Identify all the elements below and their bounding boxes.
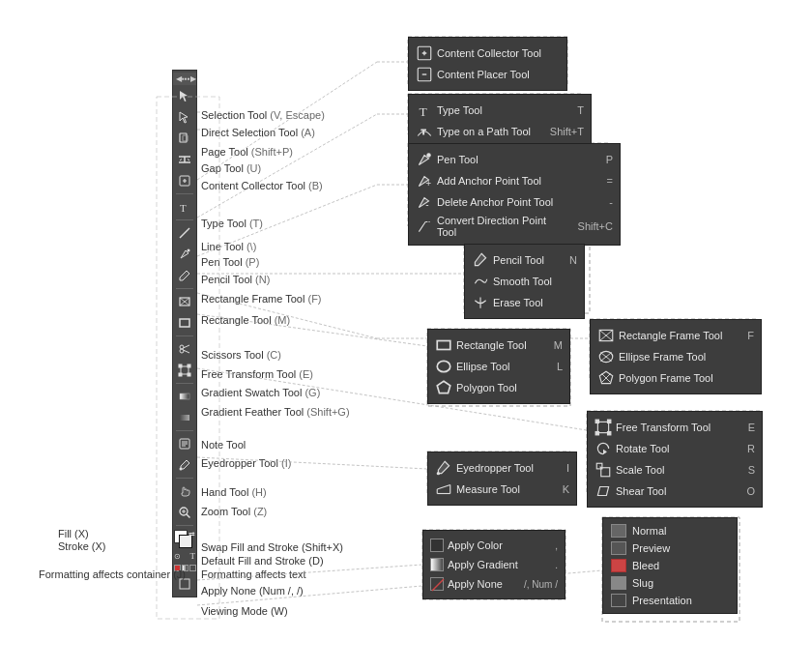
rectangle-tool-icon[interactable]: [174, 313, 195, 333]
free-transform-tool-icon[interactable]: [174, 361, 195, 380]
svg-line-91: [432, 579, 444, 591]
vm-presentation-item[interactable]: Presentation: [608, 592, 732, 609]
svg-rect-81: [595, 432, 598, 435]
svg-rect-30: [180, 579, 189, 589]
pen-flyout-item1[interactable]: Pen Tool P: [413, 149, 616, 170]
selection-tool-label: Selection Tool (V, Escape): [201, 109, 325, 121]
svg-rect-15: [179, 364, 182, 367]
rectangle-flyout-item1[interactable]: Rectangle Tool M: [432, 335, 566, 356]
shear-flyout-item[interactable]: Shear Tool O: [592, 481, 758, 502]
pen-flyout-item3[interactable]: - Delete Anchor Point Tool -: [413, 191, 616, 213]
svg-rect-79: [595, 420, 598, 422]
apply-none-icon[interactable]: [189, 565, 196, 571]
scissors-tool-icon[interactable]: [174, 339, 195, 359]
measure-flyout-icon: [435, 481, 452, 498]
apply-gradient-item[interactable]: Apply Gradient .: [427, 555, 561, 574]
svg-point-62: [426, 153, 431, 158]
line-tool-label: Line Tool (\): [201, 241, 256, 252]
page-tool-icon[interactable]: [174, 129, 195, 148]
sep2: [176, 219, 193, 220]
eyedropper-tool-icon[interactable]: [174, 455, 195, 475]
content-collector-tool-icon[interactable]: [174, 171, 195, 190]
rect-frame-flyout-item3[interactable]: Polygon Frame Tool: [594, 367, 757, 389]
rotate-flyout-icon: [594, 440, 612, 457]
svg-point-67: [437, 361, 450, 371]
pencil-flyout-item2[interactable]: Smooth Tool: [469, 271, 580, 292]
svg-point-5: [188, 249, 190, 252]
rectangle-frame-tool-icon[interactable]: [174, 292, 195, 311]
content-collector-flyout-item2[interactable]: Content Placer Tool: [413, 64, 563, 85]
line-tool-icon[interactable]: [174, 223, 195, 243]
scale-flyout-item[interactable]: Scale Tool S: [592, 459, 758, 481]
rectangle-frame-tool-label: Rectangle Frame Tool (F): [201, 293, 322, 305]
free-transform-flyout-icon1: [594, 419, 612, 436]
stroke-label: Stroke (X): [58, 540, 106, 552]
vm-normal-item[interactable]: Normal: [608, 522, 732, 539]
type-tool-flyout-icon: T: [416, 102, 433, 119]
rect-frame-flyout-item2[interactable]: Ellipse Frame Tool: [594, 346, 757, 367]
svg-point-10: [180, 345, 184, 349]
viewing-mode-label: Viewing Mode (W): [201, 605, 288, 617]
sep4: [176, 335, 193, 336]
eyedropper-flyout-item1[interactable]: Eyedropper Tool I: [432, 457, 572, 479]
vm-bleed-item[interactable]: Bleed: [608, 557, 732, 574]
zoom-tool-icon[interactable]: [174, 503, 195, 522]
svg-rect-17: [179, 373, 182, 376]
note-tool-icon[interactable]: [174, 434, 195, 453]
svg-rect-66: [437, 341, 450, 350]
content-collector-flyout-item1[interactable]: Content Collector Tool: [413, 43, 563, 64]
default-fill-stroke-icon[interactable]: ⊙: [174, 552, 181, 561]
svg-point-86: [437, 472, 440, 475]
pen-flyout-item4[interactable]: Convert Direction Point Tool Shift+C: [413, 213, 616, 240]
formatting-text-icon[interactable]: T: [190, 551, 196, 561]
gradient-feather-tool-icon[interactable]: [174, 408, 195, 427]
pencil-tool-icon[interactable]: [174, 266, 195, 285]
note-tool-label: Note Tool: [201, 439, 248, 451]
pen-flyout-icon2: +: [416, 172, 433, 189]
polygon-frame-flyout-icon: [597, 369, 615, 387]
gradient-swatch-tool-icon[interactable]: [174, 387, 195, 406]
sep7: [176, 478, 193, 479]
pencil-flyout-item1[interactable]: Pencil Tool N: [469, 249, 580, 271]
free-transform-flyout-item1[interactable]: Free Transform Tool E: [592, 417, 758, 438]
svg-point-25: [180, 468, 183, 471]
svg-rect-9: [180, 319, 189, 327]
pen-flyout-icon4: [416, 218, 433, 235]
gap-tool-icon[interactable]: [174, 150, 195, 169]
svg-rect-16: [188, 364, 190, 367]
pencil-tool-label: Pencil Tool (N): [201, 274, 270, 285]
rect-frame-flyout-item1[interactable]: Rectangle Frame Tool F: [594, 325, 757, 346]
rotate-flyout-item[interactable]: Rotate Tool R: [592, 438, 758, 459]
swap-icon[interactable]: ⇄: [188, 530, 195, 539]
direct-selection-tool-icon[interactable]: [174, 107, 195, 127]
svg-point-11: [180, 349, 184, 353]
type-flyout-item2[interactable]: T Type on a Path Tool Shift+T: [413, 121, 587, 142]
pen-tool-icon[interactable]: [174, 245, 195, 264]
type-tool-icon[interactable]: T: [174, 197, 195, 217]
eyedropper-flyout-item2[interactable]: Measure Tool K: [432, 479, 572, 500]
rectangle-flyout-item3[interactable]: Polygon Tool: [432, 377, 566, 398]
hand-tool-label: Hand Tool (H): [201, 486, 267, 498]
pen-flyout-item2[interactable]: + Add Anchor Point Tool =: [413, 170, 616, 191]
content-collector-flyout-icon2: [416, 66, 433, 83]
rectangle-flyout: Rectangle Tool M Ellipse Tool L Polygon …: [427, 329, 570, 404]
selection-tool-icon[interactable]: [174, 86, 195, 105]
view-mode-panel: Normal Preview Bleed Slug Presentation: [602, 517, 738, 614]
svg-rect-18: [188, 373, 190, 376]
vm-slug-item[interactable]: Slug: [608, 574, 732, 592]
type-flyout-item1[interactable]: T Type Tool T: [413, 100, 587, 121]
svg-text:T: T: [180, 202, 187, 214]
type-flyout: T Type Tool T T Type on a Path Tool Shif…: [408, 94, 592, 148]
vm-preview-item[interactable]: Preview: [608, 539, 732, 557]
sep1: [176, 193, 193, 194]
pencil-flyout-item3[interactable]: Erase Tool: [469, 292, 580, 313]
apply-none-panel-item[interactable]: Apply None /, Num /: [427, 574, 561, 594]
vm-presentation-icon: [611, 594, 626, 607]
gradient-feather-tool-label: Gradient Feather Tool (Shift+G): [201, 406, 350, 418]
content-collector-tool-label: Content Collector Tool (B): [201, 180, 323, 191]
rectangle-flyout-item2[interactable]: Ellipse Tool L: [432, 356, 566, 377]
apply-color-item[interactable]: Apply Color ,: [427, 536, 561, 555]
formatting-text-label: Formatting affects text: [201, 568, 306, 580]
pencil-flyout-icon1: [472, 251, 489, 269]
hand-tool-icon[interactable]: [174, 481, 195, 501]
